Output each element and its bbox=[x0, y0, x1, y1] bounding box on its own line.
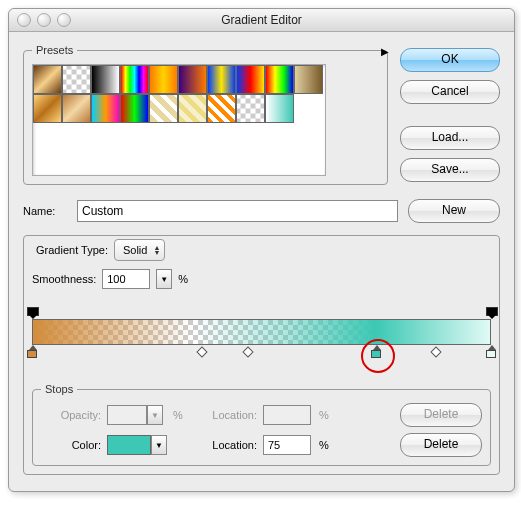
preset-swatch[interactable] bbox=[236, 94, 265, 123]
opacity-stops-track[interactable] bbox=[32, 307, 491, 319]
opacity-location-input bbox=[263, 405, 311, 425]
delete-color-stop-button[interactable]: Delete bbox=[400, 433, 482, 457]
opacity-location-unit: % bbox=[319, 409, 337, 421]
color-swatch[interactable] bbox=[107, 435, 151, 455]
gradient-type-popup[interactable]: Solid ▲▼ bbox=[114, 239, 165, 261]
opacity-dropdown-icon: ▼ bbox=[147, 405, 163, 425]
name-label: Name: bbox=[23, 205, 67, 217]
preset-swatch[interactable] bbox=[62, 94, 91, 123]
preset-swatch[interactable] bbox=[91, 65, 120, 94]
color-stops-track[interactable] bbox=[32, 345, 491, 357]
preset-swatch[interactable] bbox=[91, 94, 120, 123]
opacity-label: Opacity: bbox=[41, 409, 101, 421]
color-stop[interactable] bbox=[27, 345, 37, 357]
titlebar[interactable]: Gradient Editor bbox=[9, 9, 514, 32]
gradient-type-value: Solid bbox=[123, 244, 147, 256]
presets-list[interactable] bbox=[32, 64, 326, 176]
preset-swatch[interactable] bbox=[236, 65, 265, 94]
window-close-button[interactable] bbox=[17, 13, 31, 27]
preset-swatch[interactable] bbox=[178, 94, 207, 123]
load-button[interactable]: Load... bbox=[400, 126, 500, 150]
smoothness-unit: % bbox=[178, 273, 188, 285]
gradient-type-label: Gradient Type: bbox=[36, 244, 108, 256]
opacity-stop[interactable] bbox=[486, 307, 496, 317]
save-button[interactable]: Save... bbox=[400, 158, 500, 182]
new-button[interactable]: New bbox=[408, 199, 500, 223]
color-location-input[interactable] bbox=[263, 435, 311, 455]
opacity-stop[interactable] bbox=[27, 307, 37, 317]
preset-swatch[interactable] bbox=[178, 65, 207, 94]
color-label: Color: bbox=[41, 439, 101, 451]
midpoint-diamond[interactable] bbox=[430, 346, 441, 357]
stops-label: Stops bbox=[41, 383, 77, 395]
popup-arrows-icon: ▲▼ bbox=[153, 245, 160, 255]
delete-opacity-stop-button: Delete bbox=[400, 403, 482, 427]
color-stop[interactable] bbox=[371, 345, 381, 357]
presets-label: Presets bbox=[32, 44, 77, 56]
preset-swatch[interactable] bbox=[120, 94, 149, 123]
smoothness-input[interactable] bbox=[102, 269, 150, 289]
smoothness-dropdown-icon[interactable]: ▼ bbox=[156, 269, 172, 289]
midpoint-diamond[interactable] bbox=[196, 346, 207, 357]
gradient-settings-group: Gradient Type: Solid ▲▼ Smoothness: ▼ % bbox=[23, 235, 500, 475]
ok-button[interactable]: OK bbox=[400, 48, 500, 72]
cancel-button[interactable]: Cancel bbox=[400, 80, 500, 104]
color-dropdown-icon[interactable]: ▼ bbox=[151, 435, 167, 455]
window-minimize-button[interactable] bbox=[37, 13, 51, 27]
preset-swatch[interactable] bbox=[207, 65, 236, 94]
preset-swatch[interactable] bbox=[62, 65, 91, 94]
window-zoom-button[interactable] bbox=[57, 13, 71, 27]
preset-swatch[interactable] bbox=[33, 94, 62, 123]
preset-swatch[interactable] bbox=[33, 65, 62, 94]
stops-group: Stops Opacity: ▼ % Location: % Delete Co… bbox=[32, 383, 491, 466]
color-location-unit: % bbox=[319, 439, 337, 451]
color-location-label: Location: bbox=[197, 439, 257, 451]
preset-swatch[interactable] bbox=[120, 65, 149, 94]
presets-menu-arrow-icon[interactable]: ▶ bbox=[381, 46, 389, 57]
gradient-bar[interactable] bbox=[32, 319, 491, 345]
preset-swatch[interactable] bbox=[207, 94, 236, 123]
preset-swatch[interactable] bbox=[265, 94, 294, 123]
preset-swatch[interactable] bbox=[265, 65, 294, 94]
opacity-input bbox=[107, 405, 147, 425]
preset-swatch[interactable] bbox=[149, 94, 178, 123]
name-input[interactable] bbox=[77, 200, 398, 222]
window-title: Gradient Editor bbox=[9, 9, 514, 31]
opacity-unit: % bbox=[173, 409, 191, 421]
midpoint-diamond[interactable] bbox=[242, 346, 253, 357]
preset-swatch[interactable] bbox=[294, 65, 323, 94]
preset-swatch[interactable] bbox=[149, 65, 178, 94]
opacity-location-label: Location: bbox=[197, 409, 257, 421]
gradient-editor-window: Gradient Editor Presets ▶ OK Cancel Load… bbox=[8, 8, 515, 492]
presets-group: Presets ▶ bbox=[23, 44, 388, 185]
color-stop[interactable] bbox=[486, 345, 496, 357]
smoothness-label: Smoothness: bbox=[32, 273, 96, 285]
